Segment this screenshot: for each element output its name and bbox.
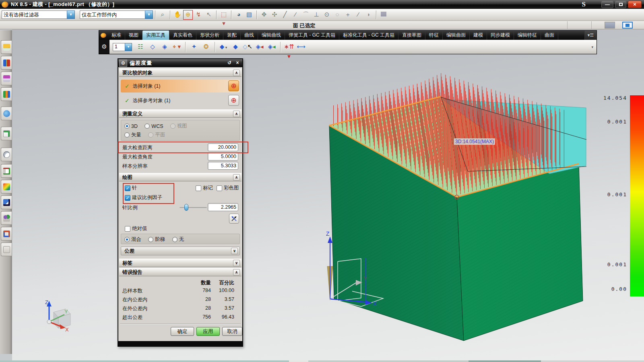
collapse-chevron-icon[interactable]: ∧ xyxy=(233,70,240,76)
dropdown-arrow-icon[interactable]: ▼ xyxy=(67,10,75,19)
needle-scale-input[interactable]: 2.2965 xyxy=(208,203,238,211)
layer-visible-in-view-icon[interactable]: ◇ xyxy=(147,42,158,52)
selection-filter-combo[interactable]: 没有选择过滤器 ▼ xyxy=(2,10,75,19)
marquee-select-icon[interactable]: ⬚ ▾ xyxy=(219,10,229,20)
toolbar-overflow-icon[interactable]: ▾ xyxy=(591,45,597,49)
work-layer-combo[interactable]: 1 ▼ xyxy=(113,43,132,51)
group-header-objects[interactable]: 要比较的对象 ∧ xyxy=(119,68,242,77)
radio-blend[interactable]: 混合 xyxy=(124,236,141,243)
group-header-error-report[interactable]: 错误报告 ∧ xyxy=(119,268,242,276)
find-in-navigator-icon[interactable]: ⌕ xyxy=(158,10,167,20)
radio-step[interactable]: 阶梯 xyxy=(148,236,165,243)
dropdown-arrow-icon[interactable]: ▼ xyxy=(125,43,132,51)
show-hide-icon[interactable]: ◆ ▾ xyxy=(218,42,229,52)
tab-view[interactable]: 视图 xyxy=(125,31,142,40)
select-curve-icon[interactable]: ↯ xyxy=(194,10,203,20)
selection-scope-value[interactable]: 仅在工作部件内 xyxy=(80,10,145,19)
expand-chevron-icon[interactable]: ∨ xyxy=(233,260,240,266)
dialog-title-bar[interactable]: ⚙ 偏差度量 xyxy=(118,59,242,67)
sidebar-reuse-library[interactable] xyxy=(1,87,12,101)
snap-face-icon[interactable]: ◗ xyxy=(364,10,374,20)
radio-3d[interactable]: 3D xyxy=(124,123,138,129)
rotate-view-icon[interactable]: ✣ xyxy=(270,10,279,20)
absolute-value-checkbox[interactable]: 绝对值 xyxy=(125,225,147,232)
sample-resolution-input[interactable]: 5.3033 xyxy=(208,162,238,170)
group-header-measurement[interactable]: 测量定义 ∧ xyxy=(119,109,242,118)
snap-curve-icon[interactable]: ⌒ xyxy=(301,10,311,20)
graphics-viewport[interactable] xyxy=(12,29,644,360)
layer-settings-icon[interactable]: ☷ xyxy=(135,42,146,52)
select-reference-crosshair-icon[interactable]: ⊕ xyxy=(228,95,239,106)
object-display-icon[interactable]: ✦ xyxy=(189,42,199,52)
dialog-gear-icon[interactable]: ⚙ xyxy=(119,60,127,67)
selection-scope-combo[interactable]: 仅在工作部件内 ▼ xyxy=(80,10,153,19)
measure-distance-icon[interactable]: ⟷ xyxy=(296,42,306,52)
select-reference-row[interactable]: ✓ 选择参考对象 (1) ⊕ xyxy=(121,94,240,107)
sidebar-html-report[interactable] xyxy=(1,127,12,140)
show-icon[interactable]: ◈◂ xyxy=(254,42,265,52)
snap-point-on-curve-icon[interactable]: ∕ xyxy=(353,10,363,20)
sidebar-web-browser[interactable] xyxy=(1,107,12,120)
gear-icon[interactable]: ⚙ xyxy=(99,40,109,54)
apply-button[interactable]: 应用 xyxy=(196,327,220,336)
selection-filter-value[interactable]: 没有选择过滤器 xyxy=(2,10,67,19)
dialog-rail-icon[interactable] xyxy=(605,22,615,29)
appearance-icon[interactable]: ❂ xyxy=(201,42,211,52)
move-to-layer-icon[interactable]: ◈ xyxy=(159,42,170,52)
immediate-hide-icon[interactable]: ◆ xyxy=(230,42,241,52)
dropdown-arrow-icon[interactable]: ▼ xyxy=(145,10,153,19)
needle-scale-slider[interactable] xyxy=(180,207,207,208)
tab-surface[interactable]: 曲面 xyxy=(541,31,558,40)
sidebar-assembly-navigator[interactable] xyxy=(1,40,12,54)
snap-center-icon[interactable]: ⊙ xyxy=(322,10,332,20)
tab-edit-surface[interactable]: 编辑曲面 xyxy=(443,31,470,40)
sidebar-process-studio[interactable] xyxy=(1,164,12,178)
group-header-drawing[interactable]: 绘图 ∧ xyxy=(119,173,242,181)
suggested-scale-checkbox[interactable]: ✓建议比例因子 xyxy=(125,194,162,201)
tab-curve[interactable]: 曲线 xyxy=(241,31,258,40)
select-object-row[interactable]: ✓ 选择对象 (1) ⊕ xyxy=(121,80,240,93)
snap-point-on-face-icon[interactable]: ＋ xyxy=(343,10,353,20)
radio-vector[interactable]: 矢量 xyxy=(124,132,141,138)
collapse-chevron-icon[interactable]: ∧ xyxy=(233,269,240,276)
work-layer-value[interactable]: 1 xyxy=(113,43,125,51)
tab-modeling[interactable]: 建模 xyxy=(470,31,487,40)
sidebar-empty-tab[interactable] xyxy=(1,243,12,256)
close-window-button[interactable]: × xyxy=(628,1,642,8)
sidebar-part-navigator[interactable] xyxy=(1,72,12,85)
max-check-angle-input[interactable]: 5.0000 xyxy=(208,152,238,160)
tab-feature[interactable]: 特征 xyxy=(425,31,443,40)
snap-endpoint-icon[interactable]: ╱ xyxy=(280,10,290,20)
max-check-distance-input[interactable]: 20.0000 xyxy=(208,143,238,151)
expand-chevron-icon[interactable]: ∨ xyxy=(231,248,238,254)
sidebar-history[interactable] xyxy=(1,148,12,161)
sidebar-constraint-navigator[interactable] xyxy=(1,56,12,70)
deselect-icon[interactable]: ↖ xyxy=(204,10,214,20)
sidebar-roles[interactable] xyxy=(1,211,12,225)
ribbon-options-icon[interactable]: ▾☰ xyxy=(584,31,597,40)
tab-assemblies[interactable]: 装配 xyxy=(223,31,241,40)
select-tool-icon[interactable]: ✋ xyxy=(173,10,182,20)
ok-button[interactable]: 确定 xyxy=(171,327,194,336)
tab-realistic-shading[interactable]: 真实着色 xyxy=(169,31,196,40)
dialog-close-icon[interactable]: × xyxy=(234,60,241,66)
select-object-crosshair-icon[interactable]: ⊕ xyxy=(228,80,239,91)
minimize-button[interactable]: — xyxy=(601,1,613,8)
show-all-icon[interactable]: ◈◂ xyxy=(266,42,277,52)
snap-point-icon[interactable]: ⊕ xyxy=(183,10,193,20)
snap-intersection-icon[interactable]: ⊥ xyxy=(312,10,321,20)
radio-wcs[interactable]: WCS xyxy=(144,123,163,129)
wcs-orient-icon[interactable]: ⌖ ▾ xyxy=(171,42,182,52)
tab-standard[interactable]: 标准 xyxy=(108,31,125,40)
colormap-checkbox[interactable]: 彩色图 xyxy=(217,185,239,191)
fit-view-icon[interactable] xyxy=(622,22,633,29)
hide-icon[interactable]: ◇↖ xyxy=(242,42,253,52)
reset-scale-icon[interactable] xyxy=(229,214,239,224)
sidebar-palettes[interactable] xyxy=(1,227,12,241)
tab-spring-tools[interactable]: 弹簧工具 - GC 工具箱 xyxy=(285,31,339,40)
tolerance-dropdown[interactable]: 公差 ∨ xyxy=(121,247,240,255)
deviation-needles-icon[interactable]: ∗⇈ ▾ xyxy=(284,42,294,52)
dialog-reset-icon[interactable]: ↺ xyxy=(226,60,233,66)
tab-edit-curve[interactable]: 编辑曲线 xyxy=(258,31,285,40)
sidebar-manufacturing-wizard[interactable] xyxy=(1,180,12,193)
